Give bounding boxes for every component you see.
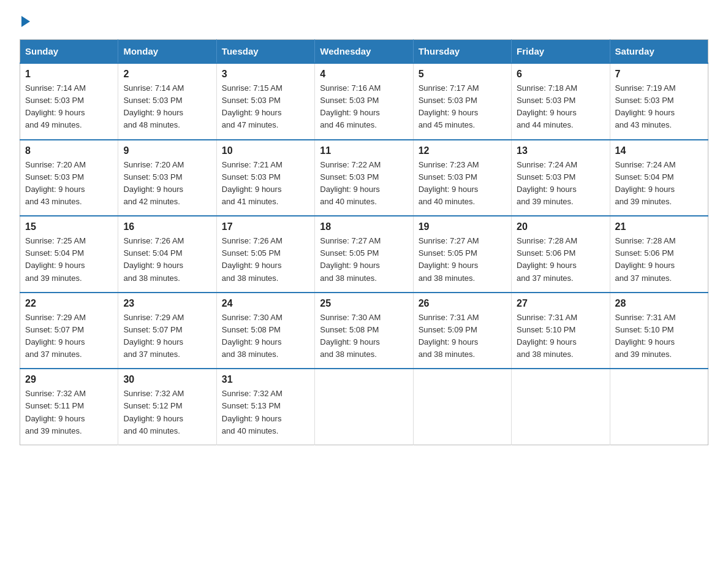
calendar-cell: 20 Sunrise: 7:28 AM Sunset: 5:06 PM Dayl… — [512, 216, 610, 293]
calendar-week-row: 29 Sunrise: 7:32 AM Sunset: 5:11 PM Dayl… — [20, 369, 708, 445]
logo-arrow-icon — [21, 16, 30, 27]
day-info: Sunrise: 7:28 AM Sunset: 5:06 PM Dayligh… — [615, 235, 703, 285]
calendar-cell: 6 Sunrise: 7:18 AM Sunset: 5:03 PM Dayli… — [512, 63, 610, 140]
calendar-cell: 24 Sunrise: 7:30 AM Sunset: 5:08 PM Dayl… — [216, 293, 314, 369]
day-info: Sunrise: 7:31 AM Sunset: 5:10 PM Dayligh… — [517, 312, 604, 361]
day-number: 31 — [222, 374, 309, 385]
calendar-cell: 19 Sunrise: 7:27 AM Sunset: 5:05 PM Dayl… — [413, 216, 511, 293]
calendar-cell: 11 Sunrise: 7:22 AM Sunset: 5:03 PM Dayl… — [315, 140, 413, 216]
day-number: 3 — [222, 69, 309, 80]
day-info: Sunrise: 7:14 AM Sunset: 5:03 PM Dayligh… — [123, 82, 211, 132]
day-number: 28 — [615, 298, 703, 309]
day-number: 11 — [320, 145, 408, 156]
day-number: 10 — [222, 145, 309, 156]
calendar-table: SundayMondayTuesdayWednesdayThursdayFrid… — [20, 39, 708, 445]
day-info: Sunrise: 7:28 AM Sunset: 5:06 PM Dayligh… — [517, 235, 604, 285]
calendar-cell: 13 Sunrise: 7:24 AM Sunset: 5:03 PM Dayl… — [512, 140, 610, 216]
day-info: Sunrise: 7:14 AM Sunset: 5:03 PM Dayligh… — [25, 82, 113, 132]
calendar-cell — [413, 369, 511, 445]
calendar-week-row: 1 Sunrise: 7:14 AM Sunset: 5:03 PM Dayli… — [20, 63, 708, 140]
logo — [20, 15, 30, 27]
calendar-cell: 5 Sunrise: 7:17 AM Sunset: 5:03 PM Dayli… — [413, 63, 511, 140]
weekday-header-friday: Friday — [512, 40, 610, 64]
calendar-week-row: 22 Sunrise: 7:29 AM Sunset: 5:07 PM Dayl… — [20, 293, 708, 369]
calendar-cell: 1 Sunrise: 7:14 AM Sunset: 5:03 PM Dayli… — [20, 63, 118, 140]
calendar-header: SundayMondayTuesdayWednesdayThursdayFrid… — [20, 40, 708, 64]
calendar-cell: 23 Sunrise: 7:29 AM Sunset: 5:07 PM Dayl… — [118, 293, 216, 369]
weekday-header-sunday: Sunday — [20, 40, 118, 64]
day-number: 26 — [419, 298, 506, 309]
day-info: Sunrise: 7:31 AM Sunset: 5:10 PM Dayligh… — [615, 312, 703, 361]
calendar-cell: 16 Sunrise: 7:26 AM Sunset: 5:04 PM Dayl… — [118, 216, 216, 293]
day-info: Sunrise: 7:17 AM Sunset: 5:03 PM Dayligh… — [419, 82, 506, 132]
calendar-cell: 25 Sunrise: 7:30 AM Sunset: 5:08 PM Dayl… — [315, 293, 413, 369]
day-info: Sunrise: 7:27 AM Sunset: 5:05 PM Dayligh… — [419, 235, 506, 285]
day-info: Sunrise: 7:26 AM Sunset: 5:05 PM Dayligh… — [222, 235, 309, 285]
calendar-cell: 28 Sunrise: 7:31 AM Sunset: 5:10 PM Dayl… — [610, 293, 708, 369]
day-number: 7 — [615, 69, 703, 80]
day-number: 23 — [123, 298, 211, 309]
day-info: Sunrise: 7:23 AM Sunset: 5:03 PM Dayligh… — [419, 159, 506, 209]
day-number: 29 — [25, 374, 113, 385]
day-info: Sunrise: 7:25 AM Sunset: 5:04 PM Dayligh… — [25, 235, 113, 285]
day-number: 20 — [517, 221, 604, 232]
day-info: Sunrise: 7:16 AM Sunset: 5:03 PM Dayligh… — [320, 82, 408, 132]
weekday-header-monday: Monday — [118, 40, 216, 64]
day-info: Sunrise: 7:26 AM Sunset: 5:04 PM Dayligh… — [123, 235, 211, 285]
day-info: Sunrise: 7:30 AM Sunset: 5:08 PM Dayligh… — [222, 312, 309, 361]
page-header — [20, 15, 708, 27]
calendar-cell: 22 Sunrise: 7:29 AM Sunset: 5:07 PM Dayl… — [20, 293, 118, 369]
day-info: Sunrise: 7:32 AM Sunset: 5:11 PM Dayligh… — [25, 388, 113, 437]
calendar-cell: 15 Sunrise: 7:25 AM Sunset: 5:04 PM Dayl… — [20, 216, 118, 293]
day-number: 9 — [123, 145, 211, 156]
day-number: 13 — [517, 145, 604, 156]
day-info: Sunrise: 7:18 AM Sunset: 5:03 PM Dayligh… — [517, 82, 604, 132]
day-number: 14 — [615, 145, 703, 156]
calendar-cell: 9 Sunrise: 7:20 AM Sunset: 5:03 PM Dayli… — [118, 140, 216, 216]
day-number: 1 — [25, 69, 113, 80]
calendar-cell: 21 Sunrise: 7:28 AM Sunset: 5:06 PM Dayl… — [610, 216, 708, 293]
day-info: Sunrise: 7:21 AM Sunset: 5:03 PM Dayligh… — [222, 159, 309, 209]
calendar-cell: 14 Sunrise: 7:24 AM Sunset: 5:04 PM Dayl… — [610, 140, 708, 216]
day-info: Sunrise: 7:22 AM Sunset: 5:03 PM Dayligh… — [320, 159, 408, 209]
day-info: Sunrise: 7:20 AM Sunset: 5:03 PM Dayligh… — [25, 159, 113, 209]
day-number: 16 — [123, 221, 211, 232]
calendar-cell: 10 Sunrise: 7:21 AM Sunset: 5:03 PM Dayl… — [216, 140, 314, 216]
day-info: Sunrise: 7:29 AM Sunset: 5:07 PM Dayligh… — [25, 312, 113, 361]
calendar-cell: 27 Sunrise: 7:31 AM Sunset: 5:10 PM Dayl… — [512, 293, 610, 369]
weekday-header-thursday: Thursday — [413, 40, 511, 64]
day-info: Sunrise: 7:27 AM Sunset: 5:05 PM Dayligh… — [320, 235, 408, 285]
calendar-cell: 2 Sunrise: 7:14 AM Sunset: 5:03 PM Dayli… — [118, 63, 216, 140]
calendar-cell — [610, 369, 708, 445]
day-number: 24 — [222, 298, 309, 309]
calendar-cell: 3 Sunrise: 7:15 AM Sunset: 5:03 PM Dayli… — [216, 63, 314, 140]
calendar-cell: 26 Sunrise: 7:31 AM Sunset: 5:09 PM Dayl… — [413, 293, 511, 369]
calendar-cell — [315, 369, 413, 445]
calendar-cell: 31 Sunrise: 7:32 AM Sunset: 5:13 PM Dayl… — [216, 369, 314, 445]
calendar-cell: 12 Sunrise: 7:23 AM Sunset: 5:03 PM Dayl… — [413, 140, 511, 216]
day-number: 17 — [222, 221, 309, 232]
calendar-body: 1 Sunrise: 7:14 AM Sunset: 5:03 PM Dayli… — [20, 63, 708, 445]
day-info: Sunrise: 7:24 AM Sunset: 5:03 PM Dayligh… — [517, 159, 604, 209]
day-info: Sunrise: 7:30 AM Sunset: 5:08 PM Dayligh… — [320, 312, 408, 361]
weekday-header-tuesday: Tuesday — [216, 40, 314, 64]
day-number: 12 — [419, 145, 506, 156]
weekday-header-saturday: Saturday — [610, 40, 708, 64]
calendar-week-row: 15 Sunrise: 7:25 AM Sunset: 5:04 PM Dayl… — [20, 216, 708, 293]
day-number: 8 — [25, 145, 113, 156]
day-number: 30 — [123, 374, 211, 385]
day-info: Sunrise: 7:19 AM Sunset: 5:03 PM Dayligh… — [615, 82, 703, 132]
day-number: 21 — [615, 221, 703, 232]
day-number: 18 — [320, 221, 408, 232]
weekday-header-wednesday: Wednesday — [315, 40, 413, 64]
calendar-cell: 7 Sunrise: 7:19 AM Sunset: 5:03 PM Dayli… — [610, 63, 708, 140]
day-info: Sunrise: 7:24 AM Sunset: 5:04 PM Dayligh… — [615, 159, 703, 209]
day-info: Sunrise: 7:31 AM Sunset: 5:09 PM Dayligh… — [419, 312, 506, 361]
day-number: 22 — [25, 298, 113, 309]
calendar-cell — [512, 369, 610, 445]
day-number: 25 — [320, 298, 408, 309]
day-info: Sunrise: 7:32 AM Sunset: 5:12 PM Dayligh… — [123, 388, 211, 437]
day-number: 15 — [25, 221, 113, 232]
day-info: Sunrise: 7:15 AM Sunset: 5:03 PM Dayligh… — [222, 82, 309, 132]
calendar-cell: 30 Sunrise: 7:32 AM Sunset: 5:12 PM Dayl… — [118, 369, 216, 445]
